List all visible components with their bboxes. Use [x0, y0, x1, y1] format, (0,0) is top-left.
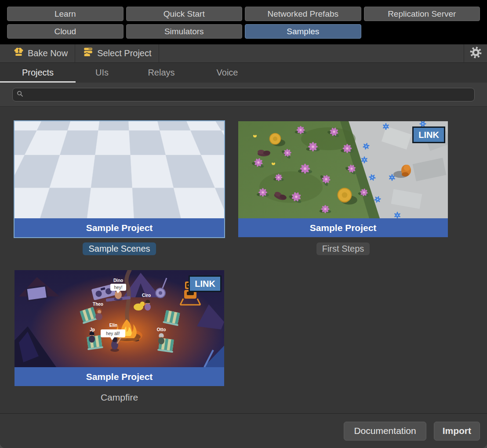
tab-voice[interactable]: Voice	[194, 63, 260, 83]
tab-relays[interactable]: Relays	[128, 63, 194, 83]
import-button[interactable]: Import	[434, 422, 480, 441]
nav-button-samples[interactable]: Samples	[245, 24, 361, 39]
project-card-sample-scenes[interactable]: Sample Project	[15, 121, 224, 237]
samples-content: Sample Project Sample Scenes	[0, 107, 487, 413]
toolbar: Bake Now Select Project	[0, 44, 487, 63]
bake-now-button[interactable]: Bake Now	[0, 44, 75, 62]
sample-cell-sample-scenes: Sample Project Sample Scenes	[15, 121, 224, 256]
samples-grid: Sample Project Sample Scenes	[15, 121, 487, 413]
player-name: Jp	[90, 327, 95, 332]
player-name: Elin	[109, 323, 117, 328]
server-cloud-icon	[82, 47, 94, 60]
documentation-button[interactable]: Documentation	[344, 422, 426, 441]
svg-text:hey!: hey!	[114, 285, 123, 290]
top-nav-grid: Learn Quick Start Networked Prefabs Repl…	[7, 7, 480, 39]
project-card-campfire[interactable]: Dino Theo Ciro Elin Jp Otto hey!	[15, 270, 224, 386]
card-title-banner: Sample Project	[15, 218, 224, 237]
tab-bar: Projects UIs Relays Voice	[0, 63, 487, 83]
sample-cell-first-steps: LINK Sample Project First Steps	[238, 121, 448, 256]
search-input[interactable]	[26, 90, 470, 99]
sandbox-thumbnail	[15, 121, 224, 218]
nav-button-learn[interactable]: Learn	[7, 7, 124, 21]
magnifier-icon	[17, 90, 23, 99]
svg-text:hey all!: hey all!	[106, 331, 120, 336]
tag-row: Campfire	[15, 390, 224, 405]
search-row	[0, 83, 487, 107]
link-badge[interactable]: LINK	[412, 126, 445, 143]
select-project-button[interactable]: Select Project	[75, 44, 159, 62]
player-name: Otto	[157, 327, 166, 332]
card-title-banner: Sample Project	[238, 218, 448, 237]
select-project-label: Select Project	[97, 48, 151, 58]
gear-icon	[470, 47, 482, 60]
player-name: Dino	[113, 278, 123, 283]
search-box[interactable]	[12, 88, 475, 101]
tab-uis[interactable]: UIs	[76, 63, 128, 83]
footer-bar: Documentation Import	[0, 413, 487, 448]
nav-button-quick-start[interactable]: Quick Start	[126, 7, 243, 21]
nav-button-cloud[interactable]: Cloud	[7, 24, 124, 39]
nav-button-replication-server[interactable]: Replication Server	[364, 7, 480, 21]
tag-row: Sample Scenes	[15, 241, 224, 256]
scene-tag-sample-scenes[interactable]: Sample Scenes	[83, 242, 156, 255]
bake-now-label: Bake Now	[28, 48, 68, 58]
tab-projects[interactable]: Projects	[0, 63, 76, 83]
scene-label-campfire: Campfire	[95, 391, 144, 404]
nav-button-simulators[interactable]: Simulators	[126, 24, 243, 39]
top-nav: Learn Quick Start Networked Prefabs Repl…	[0, 0, 487, 44]
tag-row: First Steps	[238, 241, 448, 256]
player-name: Ciro	[142, 293, 151, 298]
nav-button-networked-prefabs[interactable]: Networked Prefabs	[245, 7, 361, 21]
toolbar-spacer	[159, 44, 464, 62]
chef-hat-alert-icon	[13, 47, 24, 60]
card-title-banner: Sample Project	[15, 367, 224, 386]
sandbox-scene	[15, 121, 224, 218]
link-badge[interactable]: LINK	[189, 275, 222, 292]
scene-tag-first-steps[interactable]: First Steps	[316, 242, 370, 255]
player-name: Theo	[93, 302, 103, 307]
samples-window: Learn Quick Start Networked Prefabs Repl…	[0, 0, 487, 448]
project-card-first-steps[interactable]: LINK Sample Project	[238, 121, 448, 237]
sample-cell-campfire: Dino Theo Ciro Elin Jp Otto hey!	[15, 270, 224, 405]
settings-button[interactable]	[464, 44, 487, 62]
